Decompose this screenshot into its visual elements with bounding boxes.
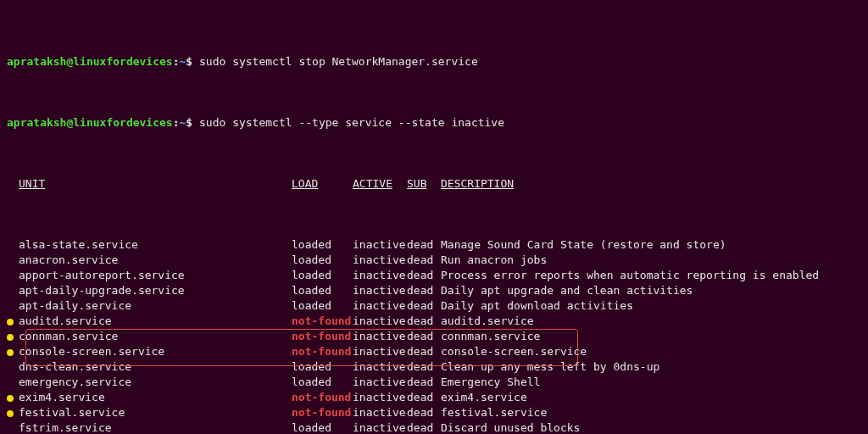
table-row: fstrim.serviceloadedinactivedeadDiscard … <box>7 420 861 434</box>
description: Daily apt download activities <box>441 298 633 314</box>
active-state: inactive <box>353 344 407 359</box>
active-state: inactive <box>353 283 407 298</box>
description: connman.service <box>441 329 540 344</box>
command-1: sudo systemctl stop NetworkManager.servi… <box>199 55 478 68</box>
unit-name: apport-autoreport.service <box>19 268 292 283</box>
active-state: inactive <box>353 237 407 253</box>
active-state: inactive <box>353 390 407 405</box>
bullet-icon <box>7 334 14 341</box>
table-row: console-screen.servicenot-foundinactived… <box>7 344 861 359</box>
table-row: emergency.serviceloadedinactivedeadEmerg… <box>7 375 861 390</box>
load-state: not-found <box>292 329 353 344</box>
description: Emergency Shell <box>441 375 540 390</box>
prompt-user: aprataksh <box>7 55 66 68</box>
active-state: inactive <box>353 375 407 390</box>
header-active: ACTIVE <box>353 176 407 192</box>
sub-state: dead <box>407 375 441 390</box>
sub-state: dead <box>407 298 441 314</box>
header-load: LOAD <box>292 176 353 192</box>
unit-name: anacron.service <box>19 253 292 268</box>
active-state: inactive <box>353 359 407 375</box>
unit-name: exim4.service <box>19 390 292 405</box>
description: Daily apt upgrade and clean activities <box>441 283 693 298</box>
description: Process error reports when automatic rep… <box>441 268 819 283</box>
bullet-icon <box>7 319 14 326</box>
header-desc: DESCRIPTION <box>441 176 514 192</box>
active-state: inactive <box>353 253 407 268</box>
description: festival.service <box>441 405 547 420</box>
unit-name: festival.service <box>19 405 292 420</box>
terminal-window[interactable]: aprataksh@linuxfordevices:~$ sudo system… <box>0 0 868 434</box>
sub-state: dead <box>407 420 441 434</box>
table-row: apt-daily.serviceloadedinactivedeadDaily… <box>7 298 861 314</box>
unit-name: apt-daily.service <box>19 298 292 314</box>
header-sub: SUB <box>407 176 441 192</box>
table-row: apt-daily-upgrade.serviceloadedinactived… <box>7 283 861 298</box>
unit-name: console-screen.service <box>19 344 292 359</box>
active-state: inactive <box>353 314 407 329</box>
command-2: sudo systemctl --type service --state in… <box>199 116 504 129</box>
description: Run anacron jobs <box>441 253 547 268</box>
bullet-icon <box>7 349 14 356</box>
load-state: loaded <box>292 237 353 253</box>
unit-name: auditd.service <box>19 314 292 329</box>
load-state: not-found <box>292 405 353 420</box>
load-state: loaded <box>292 375 353 390</box>
sub-state: dead <box>407 405 441 420</box>
sub-state: dead <box>407 359 441 375</box>
sub-state: dead <box>407 237 441 253</box>
load-state: loaded <box>292 420 353 434</box>
sub-state: dead <box>407 314 441 329</box>
load-state: not-found <box>292 344 353 359</box>
table-header: UNITLOADACTIVESUBDESCRIPTION <box>7 176 861 192</box>
bullet-icon <box>7 395 14 402</box>
active-state: inactive <box>353 298 407 314</box>
sub-state: dead <box>407 390 441 405</box>
description: Clean up any mess left by 0dns-up <box>441 359 659 375</box>
table-row: exim4.servicenot-foundinactivedeadexim4.… <box>7 390 861 405</box>
header-unit: UNIT <box>19 176 292 192</box>
load-state: not-found <box>292 314 353 329</box>
sub-state: dead <box>407 253 441 268</box>
bullet-icon <box>7 410 14 417</box>
table-row: alsa-state.serviceloadedinactivedeadMana… <box>7 237 861 253</box>
unit-name: connman.service <box>19 329 292 344</box>
prompt-host: linuxfordevices <box>73 55 172 68</box>
unit-name: emergency.service <box>19 375 292 390</box>
table-row: connman.servicenot-foundinactivedeadconn… <box>7 329 861 344</box>
active-state: inactive <box>353 268 407 283</box>
sub-state: dead <box>407 329 441 344</box>
table-row: auditd.servicenot-foundinactivedeadaudit… <box>7 314 861 329</box>
service-list: alsa-state.serviceloadedinactivedeadMana… <box>7 237 861 434</box>
description: Manage Sound Card State (restore and sto… <box>441 237 726 253</box>
prompt-line-1: aprataksh@linuxfordevices:~$ sudo system… <box>7 54 861 70</box>
unit-name: fstrim.service <box>19 420 292 434</box>
sub-state: dead <box>407 268 441 283</box>
load-state: not-found <box>292 390 353 405</box>
sub-state: dead <box>407 283 441 298</box>
unit-name: alsa-state.service <box>19 237 292 253</box>
load-state: loaded <box>292 359 353 375</box>
unit-name: dns-clean.service <box>19 359 292 375</box>
active-state: inactive <box>353 420 407 434</box>
load-state: loaded <box>292 253 353 268</box>
description: exim4.service <box>441 390 527 405</box>
description: auditd.service <box>441 314 534 329</box>
prompt-line-2: aprataksh@linuxfordevices:~$ sudo system… <box>7 115 861 131</box>
sub-state: dead <box>407 344 441 359</box>
description: console-screen.service <box>441 344 587 359</box>
load-state: loaded <box>292 268 353 283</box>
table-row: festival.servicenot-foundinactivedeadfes… <box>7 405 861 420</box>
table-row: dns-clean.serviceloadedinactivedeadClean… <box>7 359 861 375</box>
unit-name: apt-daily-upgrade.service <box>19 283 292 298</box>
table-row: apport-autoreport.serviceloadedinactived… <box>7 268 861 283</box>
active-state: inactive <box>353 329 407 344</box>
table-row: anacron.serviceloadedinactivedeadRun ana… <box>7 253 861 268</box>
load-state: loaded <box>292 283 353 298</box>
description: Discard unused blocks <box>441 420 580 434</box>
load-state: loaded <box>292 298 353 314</box>
active-state: inactive <box>353 405 407 420</box>
